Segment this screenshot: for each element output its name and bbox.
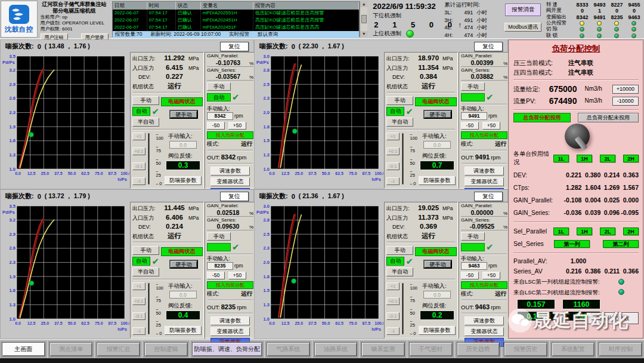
semi-auto-button[interactable]: 半自动	[386, 267, 413, 276]
nudge-plus01-button[interactable]: +0.1	[386, 297, 400, 305]
vfd-status-button[interactable]: 变频器状态	[210, 327, 250, 336]
solenoid-valve-status-button[interactable]: 电磁阀状态	[161, 247, 203, 256]
nav-防喘振、调速、负荷分配[interactable]: 防喘振、调速、负荷分配	[192, 342, 263, 356]
speed-plus50-button[interactable]: +50	[228, 122, 246, 130]
nav-报警历史[interactable]: 报警历史	[504, 342, 547, 356]
manual-button[interactable]: 手动	[132, 96, 159, 105]
valve-position-bar[interactable]	[148, 283, 150, 334]
reset-button[interactable]: 复位	[474, 192, 503, 201]
nav-控制逻辑[interactable]: 控制逻辑	[144, 342, 188, 356]
speed-auto-button[interactable]	[461, 243, 485, 251]
speed-params-button[interactable]: 调速参数	[465, 167, 504, 176]
alarm-table-body[interactable]: 2022-06-0707:54:17已确认mPDIA202551H低压缸KO罐滤…	[113, 10, 360, 31]
alarm-scrollbar[interactable]	[360, 1, 367, 37]
speed-params-button[interactable]: 调速参数	[465, 316, 504, 325]
total-load-off-button[interactable]: 总负荷分配未投用	[578, 113, 639, 122]
scroll-thumb[interactable]	[361, 15, 367, 23]
nudge-minus1-button[interactable]: -1	[386, 327, 400, 335]
speed-input-field[interactable]	[207, 262, 233, 270]
unit-tag-2H[interactable]: 2H	[623, 155, 639, 162]
alarm-row[interactable]: 2022-06-0707:54:17已确认mPDIA202451F高压缸KO罐滤…	[113, 24, 360, 31]
speed-input-field[interactable]	[461, 262, 487, 270]
speed-plus50-button[interactable]: +50	[482, 272, 500, 279]
unit-tag-1H[interactable]: 1H	[577, 155, 592, 162]
alarm-row[interactable]: 2022-06-0707:54:17已确认mPDIA202551H低压缸KO罐滤…	[113, 10, 360, 17]
rotary-switch-knob[interactable]	[565, 124, 590, 149]
speed-manual-button[interactable]: 手动	[461, 232, 485, 241]
reset-button[interactable]: 复位	[220, 192, 249, 201]
speed-minus50-button[interactable]: -50	[461, 272, 479, 279]
valve-position-bar[interactable]	[402, 133, 404, 184]
alarm-live-label[interactable]: 实时报警	[229, 31, 249, 38]
nudge-minus01-button[interactable]: -0.1	[132, 312, 145, 320]
nudge-minus1-button[interactable]: -1	[132, 177, 145, 185]
manual-input-field[interactable]	[423, 141, 451, 149]
sel-tag[interactable]: 第二列	[603, 240, 639, 248]
speed-minus50-button[interactable]: -50	[207, 122, 225, 130]
hard-manual-button[interactable]: 硬手动	[423, 110, 452, 119]
load-share-enable-button[interactable]: 投入负荷分配	[207, 281, 253, 289]
manual-button[interactable]: 手动	[386, 96, 413, 105]
nudge-plus1-button[interactable]: +1	[386, 133, 400, 140]
nav-系统配置[interactable]: 系统配置	[552, 342, 595, 356]
hard-manual-button[interactable]: 硬手动	[169, 110, 198, 119]
solenoid-valve-status-button[interactable]: 电磁阀状态	[415, 247, 457, 256]
modbus-button[interactable]: Modbus通讯	[504, 23, 541, 32]
reset-button[interactable]: 复位	[474, 42, 503, 51]
hard-manual-button[interactable]: 硬手动	[169, 260, 198, 269]
speed-auto-button[interactable]	[207, 243, 231, 251]
speed-params-button[interactable]: 调速参数	[210, 316, 250, 325]
antisurge-params-button[interactable]: 防喘振参数	[165, 176, 202, 185]
manual-input-field[interactable]	[169, 141, 197, 149]
manual-button[interactable]: 手动	[386, 246, 413, 255]
hard-manual-button[interactable]: 硬手动	[423, 260, 452, 269]
nav-历史趋势[interactable]: 历史趋势	[457, 342, 500, 356]
nav-轴系监测[interactable]: 轴系监测	[361, 342, 405, 356]
auto-button[interactable]: 自动	[386, 107, 404, 116]
load-params-button[interactable]: 负荷分配参数	[586, 312, 639, 324]
antisurge-params-button[interactable]: 防喘振参数	[419, 326, 456, 335]
sel-tag[interactable]: 第一列	[554, 240, 590, 248]
speed-manual-button[interactable]: 手动	[207, 82, 231, 91]
vfd-status-button[interactable]: 变频器状态	[465, 327, 504, 336]
nav-报警汇总[interactable]: 报警汇总	[97, 342, 140, 356]
unit-tag-1L[interactable]: 1L	[553, 155, 569, 162]
scroll-up-icon[interactable]	[360, 1, 367, 7]
speed-input-field[interactable]	[461, 112, 487, 120]
vfd-status-button[interactable]: 变频器状态	[210, 177, 250, 186]
speed-minus50-button[interactable]: -50	[461, 122, 479, 130]
auto-button[interactable]: 自动	[132, 257, 150, 266]
auto-button[interactable]: 自动	[386, 257, 404, 266]
sel-tag[interactable]: 2L	[600, 227, 615, 235]
speed-manual-button[interactable]: 手动	[461, 82, 485, 91]
nudge-plus1-button[interactable]: +1	[386, 282, 400, 290]
unit-tag-2L[interactable]: 2L	[600, 155, 615, 162]
alarm-row[interactable]: 2022-06-0707:54:17已确认mPDIA202451H高压缸KO罐滤…	[113, 17, 360, 24]
alarm-query-label[interactable]: 默认查询	[258, 31, 278, 38]
load-share-enable-button[interactable]: 投入负荷分配	[207, 131, 253, 139]
vfd-status-button[interactable]: 变频器状态	[465, 177, 504, 186]
speed-manual-button[interactable]: 手动	[207, 232, 231, 241]
nav-干气密封[interactable]: 干气密封	[409, 342, 453, 356]
alarm-mute-button[interactable]: 报警消音	[505, 4, 541, 16]
sel-tag[interactable]: 2H	[623, 227, 639, 235]
nudge-plus01-button[interactable]: +0.1	[132, 147, 145, 155]
nudge-minus1-button[interactable]: -1	[132, 327, 145, 335]
load-share-enable-button[interactable]: 投入负荷分配	[461, 281, 507, 289]
nudge-minus1-button[interactable]: -1	[386, 177, 400, 185]
sel-tag[interactable]: 1H	[577, 227, 592, 235]
scroll-down-icon[interactable]	[360, 31, 367, 37]
nudge-plus1-button[interactable]: +1	[132, 133, 145, 140]
nudge-minus01-button[interactable]: -0.1	[386, 312, 400, 320]
sel-tag[interactable]: 1L	[553, 227, 569, 235]
load-share-enable-button[interactable]: 投入负荷分配	[461, 131, 507, 139]
manual-input-field[interactable]	[169, 291, 197, 299]
nav-油路系统[interactable]: 油路系统	[314, 342, 358, 356]
total-load-on-button[interactable]: 总负荷分配投用	[513, 113, 571, 122]
flow-plus-button[interactable]: +10000	[612, 85, 639, 94]
nudge-plus1-button[interactable]: +1	[132, 282, 145, 290]
valve-position-bar[interactable]	[148, 133, 150, 184]
nudge-plus01-button[interactable]: +0.1	[132, 297, 145, 305]
solenoid-valve-status-button[interactable]: 电磁阀状态	[161, 97, 203, 106]
auto-button[interactable]: 自动	[132, 107, 150, 116]
